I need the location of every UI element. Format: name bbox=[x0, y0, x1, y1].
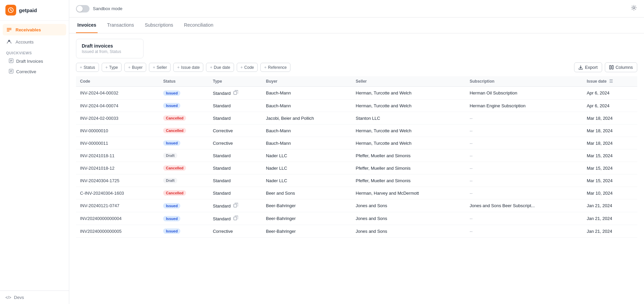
topbar: Sandbox mode bbox=[69, 0, 644, 18]
cell-seller: Stanton LLC bbox=[352, 112, 465, 125]
quickview-item-corrective[interactable]: Corrective bbox=[5, 67, 63, 77]
tab-invoices[interactable]: Invoices bbox=[76, 18, 98, 33]
sandbox-toggle-switch[interactable] bbox=[76, 5, 89, 12]
filter-issue-date[interactable]: + Issue date bbox=[173, 63, 203, 72]
status-badge: Cancelled bbox=[163, 115, 186, 121]
quickview-icon-draft bbox=[9, 58, 14, 64]
cell-code: C-INV-20240304-1603 bbox=[76, 187, 159, 199]
cell-status: Cancelled bbox=[159, 187, 209, 199]
cell-code: INV-00000010 bbox=[76, 125, 159, 137]
cell-issue-date: Mar 18, 2024 bbox=[583, 137, 637, 149]
cell-seller: Herman, Turcotte and Welch bbox=[352, 87, 465, 100]
filter-seller[interactable]: + Seller bbox=[149, 63, 171, 72]
filter-due-date[interactable]: + Due date bbox=[206, 63, 234, 72]
filter-reference[interactable]: + Reference bbox=[260, 63, 290, 72]
filter-buyer[interactable]: + Buyer bbox=[124, 63, 146, 72]
cell-seller: Jones and Sons bbox=[352, 199, 465, 212]
table-row[interactable]: INV20240000000004 Issued Standard Beer-B… bbox=[76, 212, 637, 225]
status-badge: Cancelled bbox=[163, 128, 186, 133]
tab-reconciliation[interactable]: Reconciliation bbox=[183, 18, 215, 33]
filter-type[interactable]: + Type bbox=[102, 63, 122, 72]
cell-type: Corrective bbox=[209, 137, 262, 149]
cell-seller: Jones and Sons bbox=[352, 212, 465, 225]
table-row[interactable]: INV-20241018-12 Cancelled Standard Nader… bbox=[76, 162, 637, 174]
svg-rect-10 bbox=[234, 91, 237, 94]
subscription-cell: -- bbox=[470, 116, 473, 121]
svg-rect-8 bbox=[610, 65, 611, 69]
table-row[interactable]: INV20240000000005 Issued Corrective Beer… bbox=[76, 225, 637, 238]
sidebar-item-accounts[interactable]: Accounts bbox=[3, 36, 66, 48]
main-content: Sandbox mode Invoices Transactions Subsc… bbox=[69, 0, 644, 304]
cell-code: INV20240000000005 bbox=[76, 225, 159, 238]
table-row[interactable]: INV-20240304-1725 Draft Standard Nader L… bbox=[76, 174, 637, 187]
cell-type: Standard bbox=[209, 187, 262, 199]
cell-status: Draft bbox=[159, 149, 209, 162]
logo-text: getpaid bbox=[19, 7, 37, 13]
export-icon bbox=[578, 65, 583, 70]
copy-icon[interactable] bbox=[232, 91, 238, 96]
cell-buyer: Bauch-Mann bbox=[262, 125, 352, 137]
col-header-issue-date: Issue date ☰ bbox=[583, 76, 637, 87]
table-row[interactable]: INV-2024-04-00032 Issued Standard Bauch-… bbox=[76, 87, 637, 100]
cell-subscription: -- bbox=[466, 125, 583, 137]
draft-card-area: Draft invoices Issued at from, Status bbox=[69, 33, 644, 62]
table-row[interactable]: INV-00000010 Cancelled Corrective Bauch-… bbox=[76, 125, 637, 137]
draft-card-title: Draft invoices bbox=[82, 43, 138, 49]
cell-subscription: -- bbox=[466, 212, 583, 225]
svg-point-7 bbox=[633, 7, 635, 9]
table-row[interactable]: INV-20241018-11 Draft Standard Nader LLC… bbox=[76, 149, 637, 162]
invoices-table-container: Code Status Type Buyer Seller bbox=[69, 76, 644, 304]
table-row[interactable]: INV-20240121-0747 Issued Standard Beer-B… bbox=[76, 199, 637, 212]
export-button[interactable]: Export bbox=[574, 62, 602, 72]
draft-invoices-card[interactable]: Draft invoices Issued at from, Status bbox=[76, 39, 144, 58]
copy-icon[interactable] bbox=[232, 203, 238, 209]
cell-issue-date: Apr 6, 2024 bbox=[583, 100, 637, 112]
cell-subscription: -- bbox=[466, 174, 583, 187]
content-area: Draft invoices Issued at from, Status + … bbox=[69, 33, 644, 304]
filter-status[interactable]: + Status bbox=[76, 63, 99, 72]
invoices-table: Code Status Type Buyer Seller bbox=[76, 76, 637, 238]
cell-subscription: -- bbox=[466, 137, 583, 149]
settings-button[interactable] bbox=[630, 4, 637, 13]
devs-item[interactable]: </> Devs bbox=[5, 295, 63, 300]
status-badge: Issued bbox=[163, 216, 180, 221]
cell-buyer: Beer and Sons bbox=[262, 187, 352, 199]
sandbox-toggle-area: Sandbox mode bbox=[76, 5, 122, 12]
svg-rect-2 bbox=[7, 29, 11, 30]
tab-transactions[interactable]: Transactions bbox=[106, 18, 135, 33]
sort-icon[interactable]: ☰ bbox=[609, 79, 613, 84]
cell-code: INV-20241018-11 bbox=[76, 149, 159, 162]
table-row[interactable]: INV-2024-04-00074 Issued Standard Bauch-… bbox=[76, 100, 637, 112]
subscription-cell: -- bbox=[470, 166, 473, 171]
table-row[interactable]: C-INV-20240304-1603 Cancelled Standard B… bbox=[76, 187, 637, 199]
table-row[interactable]: INV-00000011 Issued Corrective Bauch-Man… bbox=[76, 137, 637, 149]
table-header: Code Status Type Buyer Seller bbox=[76, 76, 637, 87]
col-header-type: Type bbox=[209, 76, 262, 87]
receivables-icon bbox=[6, 27, 12, 33]
tab-subscriptions[interactable]: Subscriptions bbox=[144, 18, 175, 33]
cell-code: INV-20241018-12 bbox=[76, 162, 159, 174]
cell-status: Cancelled bbox=[159, 112, 209, 125]
quickview-item-draft-invoices[interactable]: Draft Invoices bbox=[5, 56, 63, 66]
sidebar-item-receivables[interactable]: Receivables bbox=[3, 24, 66, 35]
subscription-cell: -- bbox=[470, 191, 473, 196]
cell-subscription: Herman Oil Subscription bbox=[466, 87, 583, 100]
status-badge: Draft bbox=[163, 153, 177, 158]
cell-status: Issued bbox=[159, 137, 209, 149]
cell-code: INV-2024-02-00033 bbox=[76, 112, 159, 125]
columns-button[interactable]: Columns bbox=[605, 62, 637, 72]
table-row[interactable]: INV-2024-02-00033 Cancelled Standard Jac… bbox=[76, 112, 637, 125]
cell-subscription: Jones and Sons Beer Subscript... bbox=[466, 199, 583, 212]
status-badge: Draft bbox=[163, 178, 177, 183]
cell-seller: Pfeffer, Mueller and Simonis bbox=[352, 149, 465, 162]
filter-code[interactable]: + Code bbox=[237, 63, 258, 72]
status-badge: Cancelled bbox=[163, 165, 186, 171]
cell-buyer: Bauch-Mann bbox=[262, 100, 352, 112]
cell-code: INV-00000011 bbox=[76, 137, 159, 149]
cell-buyer: Beer-Bahringer bbox=[262, 225, 352, 238]
copy-icon[interactable] bbox=[232, 216, 238, 221]
cell-seller: Herman, Turcotte and Welch bbox=[352, 100, 465, 112]
filter-bar: + Status + Type + Buyer + Seller + Issue… bbox=[69, 62, 644, 76]
svg-rect-11 bbox=[234, 204, 237, 207]
svg-rect-9 bbox=[612, 65, 613, 69]
